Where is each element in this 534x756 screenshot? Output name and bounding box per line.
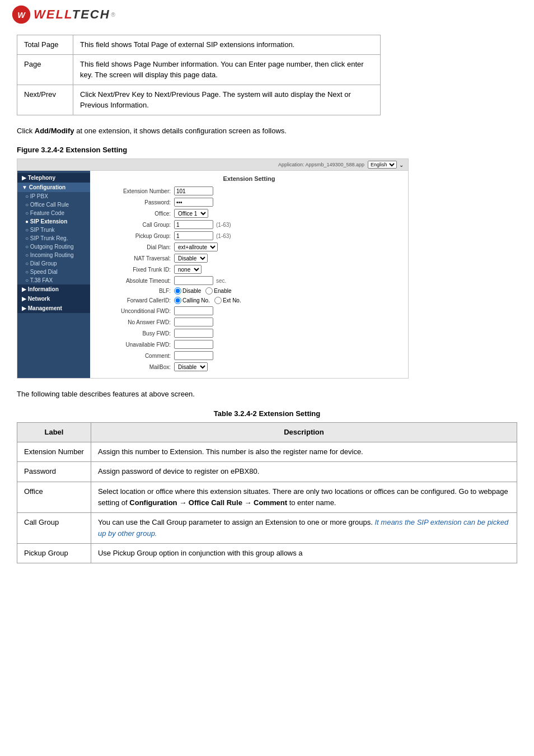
sidebar-item-sip-extension[interactable]: ● SIP Extension bbox=[17, 217, 90, 226]
sidebar-item-outgoing-routing[interactable]: ○ Outgoing Routing bbox=[17, 242, 90, 251]
form-select[interactable]: Office 1 bbox=[174, 209, 208, 218]
desc-bold-text: Configuration bbox=[129, 498, 177, 507]
form-sec-hint: sec. bbox=[216, 278, 226, 284]
sidebar-section-management[interactable]: ▶ Management bbox=[17, 304, 90, 313]
form-label: Call Group: bbox=[98, 222, 171, 228]
logo-area: W WELLTECH ® bbox=[0, 0, 534, 29]
sidebar-item-sip-trunk[interactable]: ○ SIP Trunk bbox=[17, 226, 90, 234]
form-radio-label: Disable bbox=[182, 288, 201, 294]
table-row: Pickup GroupUse Pickup Group option in c… bbox=[17, 544, 517, 563]
form-input-text[interactable] bbox=[174, 306, 213, 315]
form-row-dial-plan-: Dial Plan:ext+allroute bbox=[98, 242, 400, 251]
form-hint: (1-63) bbox=[216, 233, 231, 239]
info-table-desc: This field shows Page Number information… bbox=[73, 54, 381, 85]
form-label: No Answer FWD: bbox=[98, 319, 171, 325]
form-radio[interactable] bbox=[174, 287, 181, 295]
bottom-table-title: Table 3.2.4-2 Extension Setting bbox=[17, 409, 517, 418]
logo-image: W WELLTECH ® bbox=[11, 4, 115, 25]
desc-bold-text: Office Call Rule bbox=[189, 498, 242, 507]
sidebar-item-dial-group[interactable]: ○ Dial Group bbox=[17, 259, 90, 268]
sidebar-item-sip-trunk-reg.[interactable]: ○ SIP Trunk Reg. bbox=[17, 234, 90, 242]
desc-normal-text: to enter name. bbox=[287, 498, 336, 507]
desc-normal-text: Assign this number to Extension. This nu… bbox=[98, 447, 363, 456]
sidebar-section-information[interactable]: ▶ Information bbox=[17, 284, 90, 294]
form-input-text[interactable] bbox=[174, 318, 213, 326]
sidebar-item-incoming-routing[interactable]: ○ Incoming Routing bbox=[17, 251, 90, 259]
form-select[interactable]: none bbox=[174, 265, 202, 274]
form-row-comment-: Comment: bbox=[98, 351, 400, 360]
form-label: Fixed Trunk ID: bbox=[98, 267, 171, 273]
form-row-extension-number-: Extension Number: bbox=[98, 186, 400, 195]
form-input-text[interactable] bbox=[174, 231, 213, 240]
form-row-pickup-group-: Pickup Group:(1-63) bbox=[98, 231, 400, 240]
figure-form-area: Extension Setting Extension Number:Passw… bbox=[90, 171, 408, 378]
form-radio[interactable] bbox=[174, 297, 181, 304]
form-label: Forward CallerID: bbox=[98, 297, 171, 304]
form-select[interactable]: DisableEnable bbox=[174, 254, 208, 263]
row-description: You can use the Call Group parameter to … bbox=[91, 512, 517, 543]
logo-icon: W bbox=[11, 4, 31, 25]
form-row-call-group-: Call Group:(1-63) bbox=[98, 220, 400, 229]
info-table: Total PageThis field shows Total Page of… bbox=[17, 35, 381, 115]
sidebar-item-t.38-fax[interactable]: ○ T.38 FAX bbox=[17, 276, 90, 284]
form-hint: (1-63) bbox=[216, 222, 231, 228]
logo-registered: ® bbox=[111, 12, 115, 18]
topbar-lang-select[interactable]: English bbox=[368, 161, 397, 169]
row-label: Pickup Group bbox=[17, 544, 91, 563]
sidebar-section-configuration[interactable]: ▼ Configuration bbox=[17, 183, 90, 192]
row-description: Assign this number to Extension. This nu… bbox=[91, 442, 517, 462]
form-input-text[interactable] bbox=[174, 186, 213, 195]
sidebar-item-office-call-rule[interactable]: ○ Office Call Rule bbox=[17, 200, 90, 209]
topbar-arrow: ⌄ bbox=[399, 162, 404, 168]
form-label: NAT Traversal: bbox=[98, 255, 171, 262]
sidebar-section-network[interactable]: ▶ Network bbox=[17, 294, 90, 304]
sidebar-section-telephony[interactable]: ▶ Telephony bbox=[17, 173, 90, 183]
form-row-unavailable-fwd-: Unavailable FWD: bbox=[98, 340, 400, 349]
desc-bold-text: → bbox=[242, 498, 254, 507]
desc-bold-text: → bbox=[177, 498, 189, 507]
sidebar-item-feature-code[interactable]: ○ Feature Code bbox=[17, 209, 90, 217]
form-label: Comment: bbox=[98, 353, 171, 359]
col-header-description: Description bbox=[91, 423, 517, 442]
table-row: Extension NumberAssign this number to Ex… bbox=[17, 442, 517, 462]
form-label: Dial Plan: bbox=[98, 244, 171, 250]
bottom-table: Label Description Extension NumberAssign… bbox=[17, 422, 517, 563]
table-row: PasswordAssign password of device to reg… bbox=[17, 462, 517, 482]
info-table-label: Total Page bbox=[17, 35, 73, 55]
form-row-password-: Password: bbox=[98, 198, 400, 207]
form-label: Unavailable FWD: bbox=[98, 342, 171, 348]
table-row: Call GroupYou can use the Call Group par… bbox=[17, 512, 517, 543]
desc-bold-text: Comment bbox=[254, 498, 287, 507]
form-radio[interactable] bbox=[214, 297, 222, 304]
form-row-mailbox-: MailBox:Disable bbox=[98, 362, 400, 371]
logo-brand: WELLTECH bbox=[34, 7, 110, 22]
form-label: Office: bbox=[98, 211, 171, 217]
form-input-text[interactable] bbox=[174, 351, 213, 360]
form-input-sec[interactable] bbox=[174, 276, 213, 285]
form-input-text[interactable] bbox=[174, 329, 213, 338]
form-label: Extension Number: bbox=[98, 188, 171, 194]
sidebar-item-speed-dial[interactable]: ○ Speed Dial bbox=[17, 268, 90, 276]
info-table-desc: This field shows Total Page of external … bbox=[73, 35, 381, 55]
form-select[interactable]: Disable bbox=[174, 362, 208, 371]
form-radio-label: Calling No. bbox=[182, 297, 210, 304]
row-description: Use Pickup Group option in conjunction w… bbox=[91, 544, 517, 563]
form-title: Extension Setting bbox=[98, 175, 400, 182]
row-description: Assign password of device to register on… bbox=[91, 462, 517, 482]
form-input-text[interactable] bbox=[174, 340, 213, 349]
form-radio[interactable] bbox=[205, 287, 213, 295]
form-label: Unconditional FWD: bbox=[98, 308, 171, 314]
figure-title: Figure 3.2.4-2 Extension Setting bbox=[17, 146, 517, 154]
form-select[interactable]: ext+allroute bbox=[174, 242, 218, 251]
form-input-password[interactable] bbox=[174, 198, 213, 207]
form-row-absolute-timeout-: Absolute Timeout:sec. bbox=[98, 276, 400, 285]
sidebar-item-ip-pbx[interactable]: ○ IP PBX bbox=[17, 192, 90, 200]
figure-topbar: Application: Appsmb_149300_588.app Engli… bbox=[17, 159, 408, 171]
form-label: Absolute Timeout: bbox=[98, 278, 171, 284]
figure-inner: ▶ Telephony▼ Configuration○ IP PBX○ Offi… bbox=[17, 171, 408, 378]
row-label: Extension Number bbox=[17, 442, 91, 462]
info-table-label: Page bbox=[17, 54, 73, 85]
form-input-text[interactable] bbox=[174, 220, 213, 229]
intro-bold: Add/Modify bbox=[35, 127, 74, 135]
form-radio-label: Ext No. bbox=[223, 297, 241, 304]
